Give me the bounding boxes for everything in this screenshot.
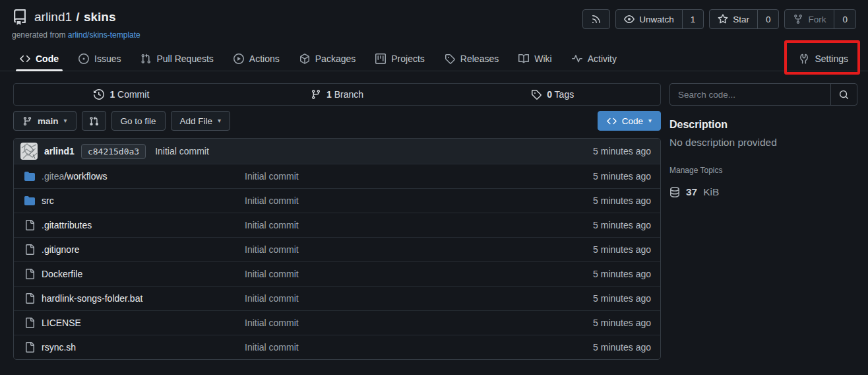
repo-actions: Unwatch 1 Star 0 Fork 0: [582, 9, 856, 29]
repo-name-link[interactable]: skins: [84, 10, 116, 24]
row-commit-message-link[interactable]: Initial commit: [245, 293, 593, 304]
tab-issues[interactable]: Issues: [71, 46, 129, 71]
tags-stat[interactable]: 0 Tags: [445, 84, 660, 105]
tab-activity[interactable]: Activity: [564, 46, 625, 71]
commit-message-link[interactable]: Initial commit: [155, 146, 209, 156]
template-repo-link[interactable]: arlind/skins-template: [68, 30, 140, 40]
commit-time: 5 minutes ago: [593, 146, 654, 156]
tab-wiki[interactable]: Wiki: [511, 46, 559, 71]
code-download-button[interactable]: Code ▾: [598, 111, 661, 131]
current-branch-label: main: [38, 116, 59, 126]
file-icon: [24, 269, 35, 279]
fork-icon: [793, 14, 803, 24]
tab-releases[interactable]: Releases: [437, 46, 507, 71]
file-row-rsync-sh[interactable]: rsync.sh Initial commit 5 minutes ago: [14, 335, 660, 359]
rss-button[interactable]: [582, 9, 610, 29]
star-icon: [718, 14, 728, 24]
file-row-gitignore[interactable]: .gitignore Initial commit 5 minutes ago: [14, 237, 660, 261]
repo-size-value: 37: [686, 186, 697, 198]
star-button[interactable]: Star 0: [709, 9, 779, 29]
branch-icon: [311, 89, 321, 100]
branch-selector-button[interactable]: main ▾: [13, 111, 77, 131]
file-name-link[interactable]: .gitattributes: [42, 220, 92, 230]
tags-label: Tags: [555, 89, 574, 100]
row-commit-message-link[interactable]: Initial commit: [245, 318, 593, 328]
search-code-input[interactable]: [670, 84, 830, 105]
row-time: 5 minutes ago: [593, 195, 654, 206]
row-commit-message-link[interactable]: Initial commit: [245, 244, 593, 255]
row-time: 5 minutes ago: [593, 171, 654, 182]
tab-code[interactable]: Code: [12, 46, 67, 71]
file-row-gitea-workflows[interactable]: .gitea/workflows Initial commit 5 minute…: [14, 164, 660, 188]
wrench-icon: [799, 53, 809, 64]
file-row-hardlink-songs-folder-bat[interactable]: hardlink-songs-folder.bat Initial commit…: [14, 286, 660, 310]
repo-size: 37 KiB: [669, 186, 857, 198]
folder-icon: [24, 195, 35, 206]
file-row-src[interactable]: src Initial commit 5 minutes ago: [14, 188, 660, 213]
code-icon: [607, 116, 617, 126]
row-commit-message-link[interactable]: Initial commit: [245, 220, 593, 230]
pulse-icon: [572, 53, 582, 64]
file-name-link[interactable]: Dockerfile: [42, 269, 82, 279]
add-file-button[interactable]: Add File ▾: [171, 111, 231, 131]
row-commit-message-link[interactable]: Initial commit: [245, 171, 593, 182]
tab-settings[interactable]: Settings: [791, 46, 856, 71]
watch-button[interactable]: Unwatch 1: [615, 9, 704, 29]
fork-label: Fork: [808, 15, 826, 24]
watch-count[interactable]: 1: [682, 10, 704, 28]
compare-button[interactable]: [82, 111, 106, 131]
commit-sha-link[interactable]: c84215d0a3: [81, 144, 146, 159]
tab-label: Settings: [815, 53, 848, 64]
branches-label: Branch: [334, 89, 363, 100]
file-name-link[interactable]: LICENSE: [42, 318, 81, 328]
repo-size-unit: KiB: [703, 186, 719, 198]
file-row-gitattributes[interactable]: .gitattributes Initial commit 5 minutes …: [14, 213, 660, 237]
file-name-link[interactable]: /workflows: [64, 171, 107, 182]
tab-pull-requests[interactable]: Pull Requests: [133, 46, 221, 71]
fork-button[interactable]: Fork 0: [784, 9, 856, 29]
avatar[interactable]: [20, 143, 38, 160]
go-to-file-label: Go to file: [121, 116, 156, 126]
tab-label: Issues: [94, 53, 121, 64]
file-name-link[interactable]: src: [42, 195, 54, 206]
database-icon: [669, 187, 680, 197]
branch-toolbar: main ▾ Go to file Add File ▾ Code ▾: [13, 111, 661, 131]
branches-stat[interactable]: 1 Branch: [230, 84, 445, 105]
search-button[interactable]: [830, 84, 857, 105]
commit-author-link[interactable]: arlind1: [44, 146, 75, 156]
code-icon: [20, 53, 30, 64]
commits-label: Commit: [117, 89, 149, 100]
file-name-link[interactable]: .gitignore: [42, 244, 80, 255]
star-count[interactable]: 0: [757, 10, 779, 28]
row-time: 5 minutes ago: [593, 318, 654, 328]
commits-stat[interactable]: 1 Commit: [14, 84, 230, 105]
tab-label: Pull Requests: [156, 53, 213, 64]
file-icon: [24, 318, 35, 328]
file-name-link[interactable]: hardlink-songs-folder.bat: [42, 293, 142, 304]
tab-label: Wiki: [534, 53, 551, 64]
repo-owner-link[interactable]: arlind1: [34, 10, 72, 24]
row-commit-message-link[interactable]: Initial commit: [245, 195, 593, 206]
tab-packages[interactable]: Packages: [292, 46, 363, 71]
caret-down-icon: ▾: [218, 118, 221, 124]
tab-label: Actions: [249, 53, 280, 64]
description-empty-text: No description provided: [669, 137, 857, 149]
fork-count[interactable]: 0: [834, 10, 855, 28]
tab-label: Code: [36, 53, 59, 64]
row-commit-message-link[interactable]: Initial commit: [245, 342, 593, 353]
repo-nav-tabs: Code Issues Pull Requests Actions Packag…: [0, 46, 868, 71]
file-icon: [24, 342, 35, 353]
file-name-link[interactable]: rsync.sh: [42, 342, 76, 353]
repo-header: arlind1 / skins generated from arlind/sk…: [0, 0, 868, 40]
branches-count: 1: [326, 89, 332, 100]
go-to-file-button[interactable]: Go to file: [111, 111, 166, 131]
row-time: 5 minutes ago: [593, 293, 654, 304]
tab-actions[interactable]: Actions: [226, 46, 288, 71]
file-row-license[interactable]: LICENSE Initial commit 5 minutes ago: [14, 310, 660, 335]
manage-topics-link[interactable]: Manage Topics: [669, 166, 723, 175]
code-search-box: [669, 83, 857, 106]
row-commit-message-link[interactable]: Initial commit: [245, 269, 593, 279]
history-icon: [94, 89, 104, 100]
tab-projects[interactable]: Projects: [367, 46, 433, 71]
file-row-dockerfile[interactable]: Dockerfile Initial commit 5 minutes ago: [14, 261, 660, 286]
